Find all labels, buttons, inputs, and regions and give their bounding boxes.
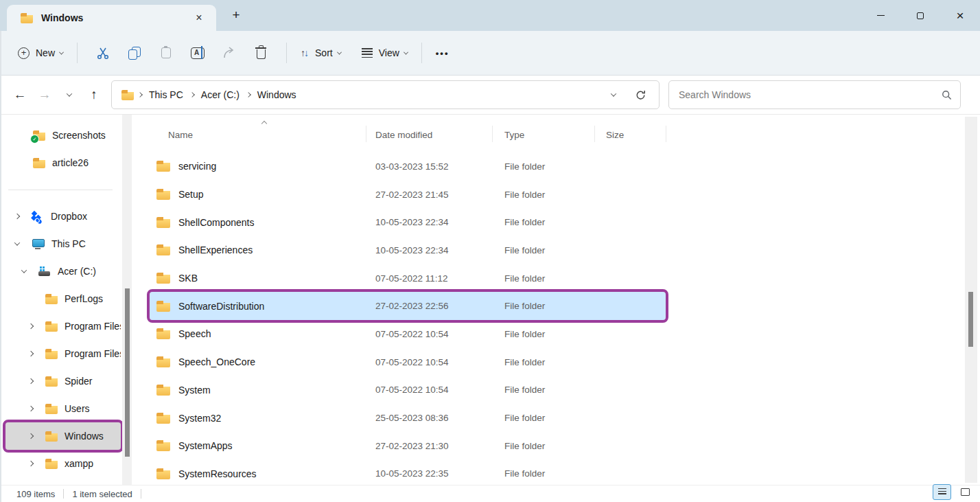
refresh-icon[interactable] — [635, 89, 646, 101]
file-row-servicing[interactable]: servicing 03-03-2023 15:52 File folder — [150, 152, 666, 181]
breadcrumb-this-pc[interactable]: This PC — [146, 88, 186, 102]
sidebar-item-article26[interactable]: article26 — [5, 149, 121, 176]
sidebar-item-spider[interactable]: Spider — [5, 367, 121, 395]
column-divider[interactable] — [492, 126, 493, 142]
cut-button[interactable] — [87, 39, 119, 67]
chevron-slot[interactable] — [29, 407, 45, 411]
back-button[interactable]: ← — [10, 83, 30, 106]
new-tab-button[interactable]: + — [226, 5, 246, 25]
sidebar-scrollbar[interactable] — [122, 115, 132, 485]
chevron-slot[interactable] — [29, 297, 45, 301]
content-scrollbar-thumb[interactable] — [968, 292, 973, 347]
sidebar-item-screenshots[interactable]: Screenshots — [5, 122, 121, 149]
column-header-type[interactable]: Type — [504, 130, 524, 140]
chevron-slot[interactable] — [15, 242, 32, 246]
search-input[interactable] — [679, 89, 942, 100]
close-button[interactable]: × — [940, 0, 980, 31]
share-button[interactable] — [213, 39, 245, 67]
maximize-icon — [917, 12, 924, 19]
file-row-speech-onecore[interactable]: Speech_OneCore 07-05-2022 10:54 File fol… — [150, 348, 666, 376]
type-cell: File folder — [504, 357, 545, 367]
maximize-button[interactable] — [900, 0, 940, 31]
large-icons-view-toggle[interactable] — [956, 484, 975, 500]
file-rows: servicing 03-03-2023 15:52 File folder S… — [135, 152, 980, 485]
file-name-cell: SoftwareDistribution — [150, 301, 264, 312]
new-button[interactable]: + New — [14, 39, 67, 67]
delete-button[interactable] — [245, 39, 277, 67]
more-options-button[interactable]: ••• — [432, 39, 454, 67]
drive-icon — [38, 266, 51, 276]
sidebar-item-users[interactable]: Users — [5, 395, 121, 422]
file-row-softwaredistribution[interactable]: SoftwareDistribution 27-02-2023 22:56 Fi… — [150, 292, 666, 320]
chevron-slot[interactable] — [22, 269, 38, 273]
chevron-icon — [14, 240, 20, 245]
copy-button[interactable] — [119, 39, 150, 67]
rename-button[interactable] — [182, 39, 213, 67]
breadcrumb-drive-c[interactable]: Acer (C:) — [198, 88, 242, 102]
breadcrumb-windows[interactable]: Windows — [255, 88, 299, 102]
column-header-size[interactable]: Size — [606, 130, 624, 140]
column-divider[interactable] — [594, 126, 595, 142]
chevron-slot[interactable] — [29, 379, 45, 383]
paste-button[interactable] — [150, 39, 182, 67]
explorer-tab[interactable]: Windows × — [7, 5, 216, 31]
folder-icon — [156, 273, 170, 284]
folder-icon — [156, 244, 170, 255]
sidebar-item-program-files[interactable]: Program Files — [5, 340, 121, 367]
address-dropdown-icon[interactable] — [611, 91, 616, 96]
search-box[interactable] — [668, 80, 961, 109]
type-cell: File folder — [504, 468, 545, 479]
up-button[interactable]: ↑ — [84, 83, 104, 106]
sort-ascending-icon — [261, 121, 267, 126]
sidebar-item-acer-c[interactable]: Acer (C:) — [5, 258, 121, 285]
sidebar-item-xampp[interactable]: xampp — [5, 450, 121, 477]
sort-button[interactable]: ↑↓ Sort — [296, 39, 345, 67]
date-modified-cell: 07-05-2022 10:54 — [375, 357, 449, 367]
large-icons-view-icon — [961, 488, 970, 496]
titlebar: Windows × + × — [0, 0, 980, 31]
file-row-skb[interactable]: SKB 07-05-2022 11:12 File folder — [150, 264, 666, 293]
recent-locations-button[interactable] — [59, 83, 80, 106]
file-row-system32[interactable]: System32 25-05-2023 08:36 File folder — [150, 404, 666, 432]
sidebar-item-dropbox[interactable]: Dropbox — [5, 203, 121, 230]
sidebar-scrollbar-thumb[interactable] — [125, 288, 130, 457]
sidebar-item-perflogs[interactable]: PerfLogs — [5, 285, 121, 312]
date-modified-cell: 10-05-2023 22:35 — [375, 468, 449, 479]
folder-icon — [45, 349, 58, 359]
content-scrollbar[interactable] — [965, 117, 977, 483]
rename-icon — [191, 47, 205, 59]
file-row-shellexperiences[interactable]: ShellExperiences 10-05-2023 22:34 File f… — [150, 236, 666, 264]
file-row-setup[interactable]: Setup 27-02-2023 21:45 File folder — [150, 181, 666, 209]
folder-icon — [156, 413, 170, 424]
file-row-systemresources[interactable]: SystemResources 10-05-2023 22:35 File fo… — [150, 460, 666, 485]
chevron-slot[interactable] — [29, 352, 45, 356]
file-row-speech[interactable]: Speech 07-05-2022 10:54 File folder — [150, 320, 666, 348]
sidebar-item-this-pc[interactable]: This PC — [5, 230, 121, 258]
file-row-shellcomponents[interactable]: ShellComponents 10-05-2023 22:34 File fo… — [150, 208, 666, 236]
column-header-name[interactable]: Name — [168, 130, 193, 140]
selection-count: 1 item selected — [72, 489, 132, 499]
column-divider[interactable] — [366, 126, 366, 142]
view-button[interactable]: View — [358, 39, 412, 67]
minimize-button[interactable] — [861, 0, 900, 31]
chevron-slot[interactable] — [29, 324, 45, 328]
date-modified-cell: 27-02-2023 21:45 — [375, 190, 449, 200]
trash-icon — [257, 49, 266, 59]
details-view-toggle[interactable] — [933, 484, 951, 500]
chevron-slot[interactable] — [29, 461, 45, 466]
forward-button[interactable]: → — [34, 83, 55, 106]
chevron-slot[interactable] — [15, 214, 32, 218]
address-bar[interactable]: This PC Acer (C:) Windows — [111, 80, 660, 109]
file-row-systemapps[interactable]: SystemApps 27-02-2023 21:30 File folder — [150, 432, 666, 460]
tab-close-icon[interactable]: × — [190, 9, 208, 27]
sidebar-item-windows[interactable]: Windows — [5, 422, 121, 450]
status-divider — [63, 489, 64, 499]
window-left-border — [0, 31, 1, 502]
column-divider[interactable] — [666, 126, 666, 142]
type-cell: File folder — [504, 413, 545, 423]
folder-icon — [156, 440, 170, 451]
sidebar-item-program-files[interactable]: Program Files — [5, 312, 121, 340]
column-header-date-modified[interactable]: Date modified — [375, 130, 432, 140]
chevron-slot[interactable] — [29, 434, 45, 438]
file-row-system[interactable]: System 07-05-2022 10:54 File folder — [150, 376, 666, 404]
